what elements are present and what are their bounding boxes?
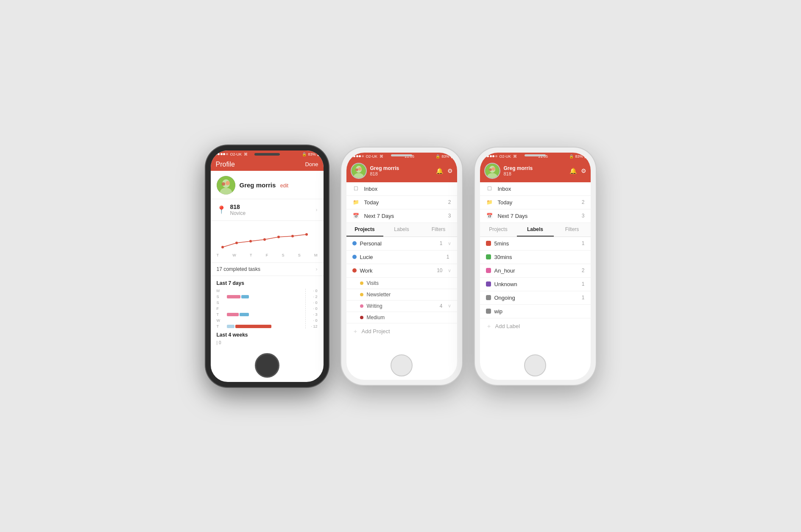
karma-chevron: › bbox=[316, 207, 318, 213]
calendar-icon: 📅 bbox=[352, 213, 360, 219]
karma-section[interactable]: 📍 818 Novice › bbox=[211, 199, 324, 221]
add-label-icon: ＋ bbox=[486, 323, 492, 330]
label-30mins[interactable]: 30mins bbox=[480, 251, 591, 264]
tab-filters-3[interactable]: Filters bbox=[554, 223, 591, 237]
project-newsletter[interactable]: Newsletter bbox=[346, 289, 457, 301]
svg-point-10 bbox=[291, 235, 294, 237]
completed-section[interactable]: 17 completed tasks › bbox=[211, 263, 324, 276]
user-avatar bbox=[217, 176, 235, 195]
username: Greg morris bbox=[240, 181, 276, 189]
label-unknown[interactable]: Unknown 1 bbox=[480, 278, 591, 291]
profile-header-2: Greg morris 818 🔔 ⚙ bbox=[346, 160, 457, 182]
battery-text: 83% bbox=[308, 152, 315, 156]
svg-point-3 bbox=[222, 182, 225, 186]
nav-list-3: ☐ Inbox 📁 Today 2 📅 Next 7 Days 3 Projec… bbox=[480, 182, 591, 380]
add-icon: ＋ bbox=[352, 328, 358, 335]
wifi-icon-2: ⌘ bbox=[380, 154, 383, 159]
time: 21:05 bbox=[270, 152, 280, 156]
tab-projects-3[interactable]: Projects bbox=[480, 223, 517, 237]
user-section: Greg morris edit bbox=[211, 171, 324, 199]
wifi-icon: ⌘ bbox=[244, 152, 248, 156]
edit-link[interactable]: edit bbox=[280, 183, 288, 189]
svg-point-5 bbox=[221, 246, 224, 248]
battery-icon: ▮ bbox=[317, 152, 319, 156]
gear-icon[interactable]: ⚙ bbox=[447, 167, 453, 174]
app-header-profile: Profile Done bbox=[211, 158, 324, 171]
svg-point-8 bbox=[263, 238, 266, 241]
nav-today-3[interactable]: 📁 Today 2 bbox=[480, 196, 591, 209]
svg-point-20 bbox=[489, 168, 491, 171]
bar-row-m: M · 0 bbox=[217, 289, 318, 293]
add-label-button[interactable]: ＋ Add Label bbox=[480, 318, 591, 334]
project-medium[interactable]: Medium bbox=[346, 312, 457, 323]
time-3: 21:05 bbox=[538, 154, 548, 159]
project-visits[interactable]: Visits bbox=[346, 278, 457, 289]
wifi-icon-3: ⌘ bbox=[513, 154, 517, 159]
completed-text: 17 completed tasks bbox=[217, 266, 260, 272]
nav-next7-3[interactable]: 📅 Next 7 Days 3 bbox=[480, 209, 591, 223]
profile-title: Profile bbox=[216, 161, 235, 168]
header-score-3: 818 bbox=[504, 171, 566, 176]
completed-chevron: › bbox=[316, 266, 318, 272]
karma-level: Novice bbox=[230, 210, 246, 216]
project-personal[interactable]: Personal 1 ∨ bbox=[346, 237, 457, 251]
nav-list-2: ☐ Inbox 📁 Today 2 📅 Next 7 Days 3 Projec… bbox=[346, 182, 457, 380]
done-button[interactable]: Done bbox=[305, 161, 318, 167]
tab-labels-3[interactable]: Labels bbox=[517, 223, 554, 237]
tabs-row-3: Projects Labels Filters bbox=[480, 223, 591, 237]
phone-profile: O2-UK ⌘ 21:05 🔒 83% ▮ Profile Done bbox=[206, 145, 329, 387]
svg-point-4 bbox=[226, 181, 230, 185]
karma-icon: 📍 bbox=[217, 205, 226, 214]
header-name-3: Greg morris bbox=[504, 165, 566, 171]
bar-row-w: W · 0 bbox=[217, 318, 318, 323]
nav-today[interactable]: 📁 Today 2 bbox=[346, 196, 457, 209]
battery-text-2: 83% bbox=[441, 154, 449, 159]
svg-point-7 bbox=[249, 240, 252, 242]
profile-header-3: Greg morris 818 🔔 ⚙ bbox=[480, 160, 591, 182]
svg-point-16 bbox=[358, 167, 361, 170]
today-icon-3: 📁 bbox=[486, 199, 494, 205]
carrier-text-2: O2-UK bbox=[366, 154, 378, 159]
tab-labels[interactable]: Labels bbox=[383, 223, 420, 237]
add-project-button[interactable]: ＋ Add Project bbox=[346, 323, 457, 340]
header-name-2: Greg morris bbox=[370, 165, 433, 171]
tabs-row-2: Projects Labels Filters bbox=[346, 223, 457, 237]
svg-point-6 bbox=[235, 242, 238, 244]
stats-title-month: Last 4 weeks bbox=[217, 332, 318, 338]
scene: O2-UK ⌘ 21:05 🔒 83% ▮ Profile Done bbox=[206, 145, 596, 387]
carrier-text: O2-UK bbox=[230, 152, 242, 156]
label-5mins[interactable]: 5mins 1 bbox=[480, 237, 591, 251]
svg-point-11 bbox=[305, 233, 308, 236]
status-bar-1: O2-UK ⌘ 21:05 🔒 83% ▮ bbox=[211, 150, 324, 158]
lock-icon: 🔒 bbox=[302, 152, 307, 156]
header-avatar-2 bbox=[351, 163, 367, 179]
nav-next7[interactable]: 📅 Next 7 Days 3 bbox=[346, 209, 457, 223]
activity-chart bbox=[217, 225, 318, 251]
nav-inbox-3[interactable]: ☐ Inbox bbox=[480, 182, 591, 196]
label-wip[interactable]: wip bbox=[480, 305, 591, 318]
gear-icon-3[interactable]: ⚙ bbox=[581, 167, 586, 174]
nav-inbox[interactable]: ☐ Inbox bbox=[346, 182, 457, 196]
project-lucie[interactable]: Lucie 1 bbox=[346, 251, 457, 264]
bell-icon[interactable]: 🔔 bbox=[436, 167, 443, 174]
project-writing[interactable]: Writing 4 ∨ bbox=[346, 301, 457, 312]
svg-point-15 bbox=[355, 168, 358, 171]
label-anhour[interactable]: An_hour 2 bbox=[480, 264, 591, 278]
tab-filters[interactable]: Filters bbox=[420, 223, 457, 237]
project-work[interactable]: Work 10 ∨ bbox=[346, 264, 457, 278]
bar-row-s2: S · 0 bbox=[217, 301, 318, 305]
phone-screen-3: O2-UK ⌘ 21:05 🔒 83% ▮ bbox=[480, 153, 591, 380]
label-ongoing[interactable]: Ongoing 1 bbox=[480, 291, 591, 305]
chart-section: T W T F S S M bbox=[211, 221, 324, 263]
karma-score: 818 bbox=[230, 203, 246, 210]
status-bar-3: O2-UK ⌘ 21:05 🔒 83% ▮ bbox=[480, 153, 591, 160]
phone-screen: O2-UK ⌘ 21:05 🔒 83% ▮ Profile Done bbox=[211, 150, 324, 382]
bar-row-s1: S · 2 bbox=[217, 295, 318, 299]
lock-icon-3: 🔒 bbox=[569, 154, 574, 159]
today-icon: 📁 bbox=[352, 199, 360, 205]
lock-icon-2: 🔒 bbox=[435, 154, 440, 159]
status-bar-2: O2-UK ⌘ 21:05 🔒 83% ▮ bbox=[346, 153, 457, 160]
tab-projects[interactable]: Projects bbox=[346, 223, 383, 237]
phone-projects: O2-UK ⌘ 21:05 🔒 83% ▮ bbox=[341, 148, 462, 385]
bell-icon-3[interactable]: 🔔 bbox=[569, 167, 577, 174]
